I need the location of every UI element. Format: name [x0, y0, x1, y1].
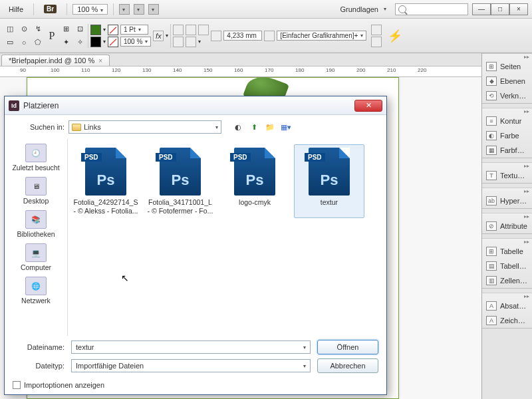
panel-tabellenf[interactable]: ▤Tabellenf... [482, 259, 532, 273]
text-wrap-icon[interactable] [211, 31, 221, 41]
nav-newfolder-button[interactable]: 📁 [264, 121, 276, 133]
arrange-documents-button[interactable] [148, 4, 159, 15]
minimize-button[interactable]: — [472, 3, 491, 15]
file-name: Fotolia_34171001_L - © Fotofermer - Fo..… [147, 198, 213, 215]
panel-label: Textumfl... [500, 172, 528, 180]
panel-icon: ⊘ [486, 221, 497, 231]
object-style-combo[interactable]: [Einfacher Grafikrahmen]+ [277, 31, 366, 41]
maximize-button[interactable]: □ [491, 3, 509, 15]
stroke-weight-field[interactable]: 1 Pt [120, 25, 148, 35]
place-label: Desktop [8, 197, 64, 205]
file-item[interactable]: PSDPstextur [294, 144, 364, 218]
indesign-icon: Id [9, 100, 19, 111]
panel-icon: ⊞ [486, 247, 497, 256]
place-bibliotheken[interactable]: 📚Bibliotheken [8, 208, 64, 240]
place-icon: 🖥 [25, 177, 47, 196]
fx-button[interactable]: fx [153, 31, 164, 41]
dialog-close-button[interactable]: ✕ [354, 100, 382, 112]
file-name: textur [296, 198, 362, 207]
horizontal-ruler: 9010011012013014015016017018019020021022… [0, 66, 532, 77]
filetype-combo[interactable]: Importfähige Dateien▾ [71, 359, 311, 372]
screen-mode-button[interactable] [134, 4, 144, 15]
panel-icon: ⟲ [486, 91, 497, 100]
panel-tabelle[interactable]: ⊞Tabelle [482, 244, 532, 259]
panel-label: Zellenfor... [500, 277, 528, 285]
close-button[interactable]: × [509, 3, 528, 15]
search-field[interactable] [395, 3, 468, 15]
panel-zellenfor[interactable]: ▥Zellenfor... [482, 273, 532, 288]
dialog-title: Platzieren [23, 101, 59, 110]
bridge-launch-button[interactable]: Br [39, 3, 61, 15]
panel-farbfelder[interactable]: ▦Farbfelder [482, 143, 532, 158]
panel-ebenen[interactable]: ◆Ebenen [482, 74, 532, 88]
file-item[interactable]: PSDPsFotolia_34171001_L - © Fotofermer -… [145, 144, 215, 218]
nav-viewmenu-button[interactable]: ▦▾ [280, 121, 292, 133]
panel-label: Absatzfor... [500, 302, 528, 310]
filetype-label: Dateityp: [13, 362, 65, 370]
filename-label: Dateiname: [13, 343, 65, 351]
place-desktop[interactable]: 🖥Desktop [8, 175, 64, 207]
place-zuletzt-besucht[interactable]: 🕘Zuletzt besucht [8, 142, 64, 174]
view-options-button[interactable] [119, 4, 130, 15]
zoom-level-combo[interactable]: 100 % [72, 4, 108, 15]
psd-file-icon: PSDPs [160, 148, 201, 196]
psd-file-icon: PSDPs [309, 148, 350, 196]
file-item[interactable]: PSDPsFotolia_24292714_S - © Alekss - Fot… [70, 144, 141, 218]
file-item[interactable]: PSDPslogo-cmyk [219, 144, 290, 218]
folder-icon [72, 124, 81, 131]
place-icon: 📚 [25, 210, 47, 229]
dimension-field[interactable]: 4,233 mm [223, 31, 262, 41]
panel-absatzfor[interactable]: AAbsatzfor... [482, 299, 532, 313]
lookin-combo[interactable]: Links ▾ [68, 120, 221, 134]
panel-label: Tabellenf... [500, 262, 528, 270]
file-name: Fotolia_24292714_S - © Alekss - Fotolia.… [72, 198, 139, 215]
panel-zeichenf[interactable]: AZeichenf... [482, 313, 532, 328]
panel-label: Verknüpf... [500, 92, 528, 100]
workspace-switcher[interactable]: Grundlagen [336, 3, 392, 15]
document-tab-label: *Briefpapier.indd @ 100 % [9, 57, 94, 65]
corner-options-icon[interactable] [264, 31, 275, 41]
close-tab-icon[interactable]: × [98, 57, 102, 65]
panel-label: Hyperlinks [500, 197, 528, 205]
panel-seiten[interactable]: ⊞Seiten [482, 59, 532, 74]
open-button[interactable]: Öffnen [317, 340, 378, 354]
scale-pct-field[interactable]: 100 % [120, 37, 151, 47]
document-tab[interactable]: *Briefpapier.indd @ 100 % × [1, 55, 110, 66]
panel-label: Tabelle [500, 247, 523, 255]
panel-attribute[interactable]: ⊘Attribute [482, 219, 532, 233]
panel-farbe[interactable]: ◐Farbe [482, 128, 532, 143]
panel-kontur[interactable]: ≡Kontur [482, 114, 532, 128]
panel-verknpf[interactable]: ⟲Verknüpf... [482, 88, 532, 103]
panel-dock: ▸▸⊞Seiten◆Ebenen⟲Verknüpf...▸▸≡Kontur◐Fa… [481, 53, 532, 399]
nav-back-button[interactable]: ◐ [232, 121, 244, 133]
import-options-checkbox[interactable] [13, 381, 21, 389]
panel-label: Ebenen [500, 77, 525, 85]
panel-label: Seiten [500, 63, 521, 70]
place-netzwerk[interactable]: 🌐Netzwerk [8, 275, 64, 307]
filename-combo[interactable]: textur▾ [71, 340, 311, 354]
file-name: logo-cmyk [221, 198, 288, 207]
dialog-titlebar[interactable]: Id Platzieren ✕ [5, 96, 386, 115]
help-menu[interactable]: Hilfe [4, 3, 28, 15]
panel-hyperlinks[interactable]: abHyperlinks [482, 194, 532, 208]
stroke-swatch[interactable] [90, 37, 101, 47]
panel-icon: T [486, 171, 497, 180]
place-dialog: Id Platzieren ✕ Suchen in: Links ▾ ◐ ⬆ 📁… [4, 96, 387, 395]
panel-icon: ◆ [486, 76, 497, 86]
psd-file-icon: PSDPs [234, 148, 275, 196]
panel-label: Farbe [500, 132, 519, 140]
panel-icon: ≡ [486, 116, 497, 126]
file-list[interactable]: PSDPsFotolia_24292714_S - © Alekss - Fot… [67, 139, 386, 336]
stroke-style[interactable] [108, 25, 118, 35]
current-folder-name: Links [84, 123, 101, 131]
panel-textumfl[interactable]: TTextumfl... [482, 168, 532, 183]
bridge-icon: Br [44, 5, 57, 13]
panel-icon: ◐ [486, 131, 497, 140]
import-options-label: Importoptionen anzeigen [24, 381, 104, 389]
cancel-button[interactable]: Abbrechen [317, 358, 378, 373]
place-computer[interactable]: 💻Computer [8, 241, 64, 273]
panel-label: Farbfelder [500, 146, 528, 154]
nav-up-button[interactable]: ⬆ [248, 121, 260, 133]
panel-label: Kontur [500, 117, 521, 125]
fill-swatch[interactable] [90, 25, 101, 35]
